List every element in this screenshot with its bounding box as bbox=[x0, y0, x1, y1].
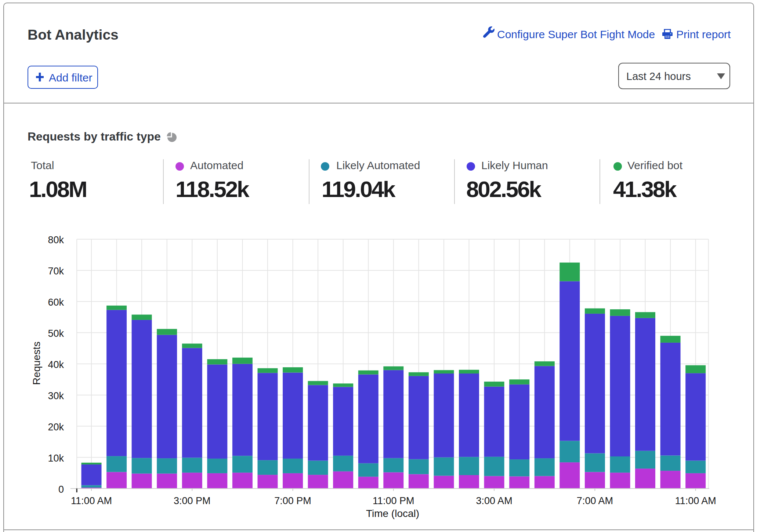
svg-text:40k: 40k bbox=[48, 359, 64, 370]
svg-text:80k: 80k bbox=[48, 234, 64, 245]
svg-text:50k: 50k bbox=[48, 328, 64, 339]
svg-text:70k: 70k bbox=[48, 266, 64, 277]
svg-text:Time (local): Time (local) bbox=[366, 508, 419, 519]
svg-text:7:00 PM: 7:00 PM bbox=[274, 495, 311, 506]
svg-text:0: 0 bbox=[58, 484, 64, 495]
svg-text:11:00 AM: 11:00 AM bbox=[71, 495, 112, 506]
svg-text:3:00 AM: 3:00 AM bbox=[476, 495, 512, 506]
svg-text:20k: 20k bbox=[48, 422, 64, 433]
svg-text:Requests: Requests bbox=[31, 342, 42, 385]
svg-text:60k: 60k bbox=[48, 297, 64, 308]
svg-text:11:00 AM: 11:00 AM bbox=[675, 495, 716, 506]
svg-text:30k: 30k bbox=[48, 390, 64, 401]
svg-text:11:00 PM: 11:00 PM bbox=[373, 495, 414, 506]
svg-text:10k: 10k bbox=[48, 453, 64, 464]
svg-text:7:00 AM: 7:00 AM bbox=[577, 495, 613, 506]
svg-text:3:00 PM: 3:00 PM bbox=[174, 495, 211, 506]
